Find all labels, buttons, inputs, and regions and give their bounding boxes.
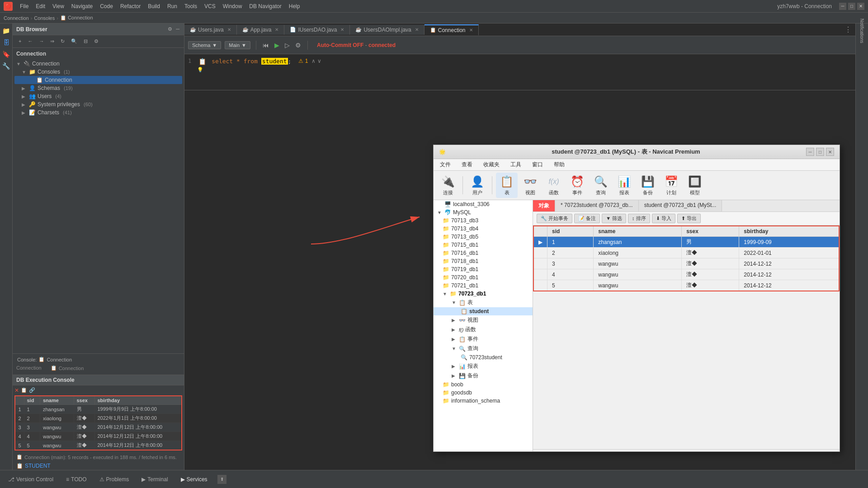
nav-tree-goodsdb[interactable]: 📁 goodsdb <box>434 389 533 397</box>
bookmarks-icon[interactable]: 🔖 <box>1 49 12 60</box>
nav-tree-table-group[interactable]: ▼ 📋 表 <box>434 298 533 307</box>
close-users-java[interactable]: ✕ <box>227 27 231 32</box>
tree-consoles[interactable]: ▼ 📁 Consoles (1) <box>14 68 182 76</box>
nav-tree-backup-group[interactable]: ▶ 💾 备份 <box>434 371 533 380</box>
db-tree[interactable]: Connection ▼ 🔌 Connection ▼ 📁 Consoles (… <box>13 48 184 353</box>
collapse-btn[interactable]: ⊟ <box>81 37 90 46</box>
bottom-tab-todo[interactable]: ≡ TODO <box>61 474 91 484</box>
menu-db-navigator[interactable]: DB Navigator <box>245 1 285 11</box>
nav-tree-70715-db1[interactable]: 📁 70715_db1 <box>434 241 533 249</box>
nav-tab-student[interactable]: student @70723_db1 (MySt... <box>639 200 722 211</box>
nav-tree-70719-db1[interactable]: 📁 70719_db1 <box>434 265 533 273</box>
tree-system-privileges[interactable]: ▶ 🔑 System privileges (60) <box>14 100 182 108</box>
tree-schemas[interactable]: ▶ 👤 Schemas (19) <box>14 84 182 92</box>
filter-btn[interactable]: 🔍 <box>69 37 80 46</box>
filter-btn-nav[interactable]: ▼ 筛选 <box>602 214 626 223</box>
exec-row-4[interactable]: 4 4 wangwu 澶◆ 2014年12月12日 上午8:00:00 <box>15 432 182 441</box>
settings-icon[interactable]: ⚙ <box>167 25 173 33</box>
tree-connection-item[interactable]: 📋 Connection <box>14 76 182 84</box>
nav-tree-70723student-query[interactable]: 🔍 70723student <box>434 353 533 361</box>
nav-menu-tools[interactable]: 工具 <box>508 160 524 169</box>
nav-tree-70713-db4[interactable]: 📁 70713_db4 <box>434 225 533 233</box>
nav-tool-user[interactable]: 👤 用户 <box>467 173 488 198</box>
exec-row-3[interactable]: 3 3 wangwu 澶◆ 2014年12月12日 上午8:00:00 <box>15 423 182 432</box>
menu-tools[interactable]: Tools <box>181 1 201 11</box>
forward-btn[interactable]: → <box>37 37 46 46</box>
main-dropdown[interactable]: Main ▼ <box>225 41 250 49</box>
nav-tree-event-group[interactable]: ▶ 📋 事件 <box>434 334 533 344</box>
navicat-maximize[interactable]: □ <box>816 148 824 156</box>
tab-usersdaoimpl[interactable]: ☕ UsersDAOImpl.java ✕ <box>350 25 424 35</box>
nav-tab-70723student[interactable]: * 70723student @70723_db... <box>555 200 639 211</box>
import-btn[interactable]: ⬇ 导入 <box>652 214 675 223</box>
exec-row-1[interactable]: 1 1 zhangsan 男 1999年9月9日 上午8:00:00 <box>15 405 182 414</box>
exec-close-btn[interactable]: ✕ <box>14 387 19 394</box>
nav-tree-70716-db1[interactable]: 📁 70716_db1 <box>434 249 533 257</box>
nav-tree-view-group[interactable]: ▶ 👓 视图 <box>434 315 533 325</box>
nav-menu-help[interactable]: 帮助 <box>551 160 567 169</box>
expand-icon[interactable]: ∧ ∨ <box>311 58 321 64</box>
goto-btn[interactable]: ⇒ <box>48 37 57 46</box>
bottom-tab-terminal[interactable]: ▶ Terminal <box>137 474 172 484</box>
bottom-tab-version-control[interactable]: ⎇ Version Control <box>4 474 58 484</box>
close-usersdaoimpl[interactable]: ✕ <box>415 27 419 32</box>
maximize-button[interactable]: □ <box>848 3 855 10</box>
close-connection-tab[interactable]: ✕ <box>469 28 473 33</box>
minimize-button[interactable]: ─ <box>839 3 846 10</box>
tree-charsets[interactable]: ▶ 📝 Charsets (41) <box>14 108 182 117</box>
more-tabs-btn[interactable]: ⋮ <box>841 23 855 36</box>
nav-tree-70721-db1[interactable]: 📁 70721_db1 <box>434 282 533 290</box>
nav-menu-file[interactable]: 文件 <box>437 160 453 169</box>
db-browser-icon[interactable]: 🗄 <box>1 37 12 48</box>
nav-tree-mysql[interactable]: ▼ 🐬 MySQL <box>434 208 533 216</box>
tab-users-java[interactable]: ☕ Users.java ✕ <box>184 25 237 35</box>
nav-tool-report[interactable]: 📊 报表 <box>613 173 635 198</box>
nav-tool-event[interactable]: ⏰ 事件 <box>566 173 588 198</box>
navicat-close[interactable]: ✕ <box>826 148 834 156</box>
sort-btn[interactable]: ↕ 排序 <box>628 214 650 223</box>
begin-transaction-btn[interactable]: 🔧 开始事务 <box>537 214 572 223</box>
comment-btn[interactable]: 📝 备注 <box>574 214 600 223</box>
nav-tool-connect[interactable]: 🔌 连接 <box>437 173 459 198</box>
sql-editor[interactable]: 1 📋 select * from student; ⚠ 1 ∧ ∨ 💡 <box>184 54 855 90</box>
student-col-sname[interactable]: sname <box>594 226 682 237</box>
nav-menu-favorites[interactable]: 收藏夹 <box>481 160 502 169</box>
run-back-icon[interactable]: ⏮ <box>262 41 270 50</box>
project-icon[interactable]: 📁 <box>1 25 12 36</box>
run-statement-icon[interactable]: ▷ <box>284 41 291 50</box>
menu-window[interactable]: Window <box>219 1 246 11</box>
menu-edit[interactable]: Edit <box>32 1 49 11</box>
menu-run[interactable]: Run <box>164 1 181 11</box>
back-btn[interactable]: ← <box>25 37 35 46</box>
student-table-wrapper[interactable]: sid sname ssex sbirthday ▶ 1 <box>533 225 840 449</box>
nav-tree-query-group[interactable]: ▼ 🔍 查询 <box>434 344 533 353</box>
nav-tree-70713-db5[interactable]: 📁 70713_db5 <box>434 233 533 241</box>
breadcrumb-consoles[interactable]: Consoles <box>34 15 55 21</box>
menu-help[interactable]: Help <box>285 1 304 11</box>
export-btn[interactable]: ⬆ 导出 <box>677 214 701 223</box>
nav-tool-backup[interactable]: 💾 备份 <box>637 173 659 198</box>
nav-tool-query[interactable]: 🔍 查询 <box>590 173 612 198</box>
nav-tool-schedule[interactable]: 📅 计划 <box>660 173 682 198</box>
nav-tree-boob[interactable]: 📁 boob <box>434 380 533 389</box>
close-iusersdao[interactable]: ✕ <box>340 27 344 32</box>
nav-tree-localhost[interactable]: 🖥️ localhost_3306 <box>434 200 533 208</box>
settings-toolbar-icon[interactable]: ⚙ <box>294 41 302 50</box>
nav-tree-70723-db1[interactable]: ▼ 📁 70723_db1 <box>434 290 533 298</box>
tab-app-java[interactable]: ☕ App.java ✕ <box>237 25 285 35</box>
breadcrumb-connection[interactable]: Connection <box>4 15 29 21</box>
refresh-btn[interactable]: ↻ <box>58 37 67 46</box>
nav-tool-view[interactable]: 👓 视图 <box>519 173 541 198</box>
notifications-icon[interactable]: Notifications <box>857 25 868 36</box>
nav-menu-view[interactable]: 查看 <box>459 160 475 169</box>
student-row-5[interactable]: 5 wangwu 澶◆ 2014-12-12 <box>533 280 839 291</box>
minus-icon[interactable]: ─ <box>175 25 180 33</box>
nav-tool-table[interactable]: 📋 表 <box>496 173 518 198</box>
nav-tree-func-group[interactable]: ▶ f() 函数 <box>434 325 533 334</box>
add-btn[interactable]: + <box>16 37 24 46</box>
menu-navigate[interactable]: Navigate <box>68 1 96 11</box>
menu-build[interactable]: Build <box>144 1 164 11</box>
tree-users[interactable]: ▶ 👥 Users (4) <box>14 92 182 100</box>
properties-btn[interactable]: ⚙ <box>92 37 101 46</box>
nav-tree-student[interactable]: 📋 student <box>434 307 533 315</box>
